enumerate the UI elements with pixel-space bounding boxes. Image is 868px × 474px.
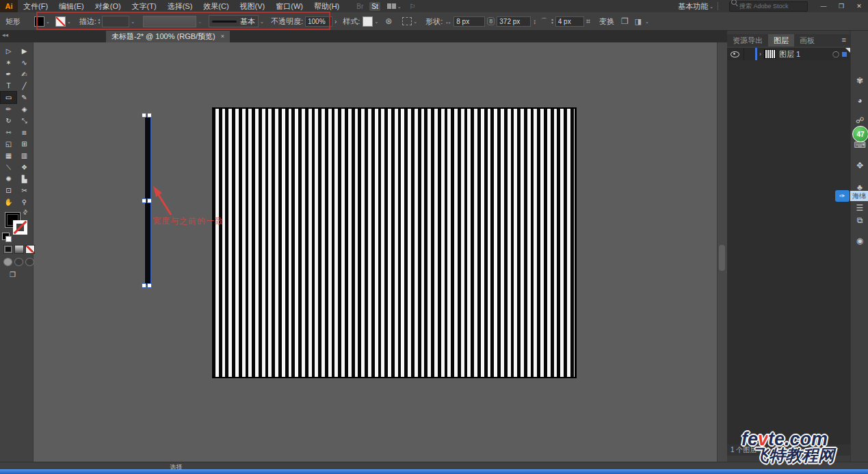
zoom-tool[interactable]: ⚲ <box>16 196 32 208</box>
draw-behind-button[interactable] <box>14 258 23 266</box>
bridge-icon[interactable]: Br <box>354 2 365 11</box>
windows-taskbar[interactable] <box>0 469 868 474</box>
opacity-more-icon[interactable]: › <box>334 18 337 25</box>
blend-tool[interactable]: ❖ <box>16 161 32 173</box>
menu-item-3[interactable]: 对象(O) <box>90 1 127 12</box>
layer-thumbnail[interactable] <box>764 49 776 59</box>
align-icon[interactable]: ❐ <box>621 16 629 26</box>
workspace-switcher-icon[interactable] <box>387 3 396 9</box>
free-transform-tool[interactable]: ⧈ <box>16 127 32 138</box>
menu-item-2[interactable]: 编辑(E) <box>53 1 90 12</box>
hand-tool[interactable]: ✋ <box>1 196 16 208</box>
brushes-panel-icon[interactable]: ✥ <box>851 159 868 172</box>
opacity-input[interactable]: 100% <box>305 16 332 27</box>
stroke-panel-icon[interactable]: ☰ <box>851 201 868 215</box>
pencil-tool[interactable]: ✏ <box>1 103 16 115</box>
fill-color-swatch[interactable] <box>34 16 44 27</box>
color-panel-icon[interactable]: ✾ <box>851 74 868 88</box>
selection-handle[interactable] <box>142 113 146 118</box>
shape-width-input[interactable]: 8 px <box>453 16 485 27</box>
perspective-grid-tool[interactable]: ⊞ <box>16 138 32 150</box>
artboard-tool[interactable]: ⊡ <box>1 185 16 196</box>
scale-tool[interactable]: ⤡ <box>16 115 32 127</box>
curvature-tool[interactable]: ✍ <box>16 68 32 80</box>
menu-item-8[interactable]: 窗口(W) <box>270 1 308 12</box>
restore-button[interactable]: ❐ <box>832 0 850 12</box>
selection-tool[interactable]: ▷ <box>1 45 16 57</box>
menu-item-4[interactable]: 文字(T) <box>127 1 162 12</box>
shape-builder-tool[interactable]: ◱ <box>1 138 16 150</box>
rectangle-tool[interactable]: ▭ <box>1 92 16 103</box>
creative-cloud-icon[interactable]: ◉ <box>851 234 868 248</box>
column-graph-tool[interactable]: ▙ <box>16 173 32 185</box>
style-swatch[interactable] <box>363 16 373 27</box>
expand-layer-icon[interactable]: › <box>759 51 761 57</box>
slice-tool[interactable]: ✂ <box>16 185 32 196</box>
screen-mode-icon[interactable]: ❐ <box>10 271 16 278</box>
close-button[interactable]: ✕ <box>850 0 868 12</box>
draw-normal-button[interactable] <box>3 258 12 266</box>
select-similar-icon[interactable] <box>402 17 412 25</box>
stroke-swatch[interactable] <box>13 220 27 235</box>
rotate-tool[interactable]: ↻ <box>1 115 16 127</box>
width-profile-dropdown[interactable] <box>143 16 196 27</box>
layer-name[interactable]: 图层 1 <box>779 49 800 60</box>
menu-item-1[interactable]: 文件(F) <box>18 1 53 12</box>
color-button[interactable] <box>3 245 13 254</box>
selection-handle[interactable] <box>147 283 152 288</box>
gradient-tool[interactable]: ▥ <box>16 150 32 161</box>
stroke-weight-dropdown[interactable] <box>102 16 129 27</box>
minimize-button[interactable]: — <box>815 0 832 12</box>
tooltip-app-icon[interactable]: ✑ <box>835 190 850 202</box>
corners-icon[interactable]: ⌗ <box>586 17 590 26</box>
shear-icon[interactable]: ◨ <box>635 17 642 26</box>
document-tab[interactable]: 未标题-2* @ 100% (RGB/预览) × <box>106 30 230 42</box>
panel-tab-画板[interactable]: 画板 <box>794 34 820 47</box>
direct-selection-tool[interactable]: ▶ <box>16 45 32 57</box>
stock-icon[interactable]: St <box>369 2 380 11</box>
layer-row[interactable]: › 图层 1 ◯ <box>727 48 850 60</box>
menu-item-6[interactable]: 效果(C) <box>198 1 234 12</box>
width-tool[interactable]: ⇿ <box>1 127 16 138</box>
type-tool[interactable]: T <box>1 80 16 92</box>
link-dimensions-icon[interactable]: 8 <box>487 17 495 25</box>
workspace-label[interactable]: 基本功能 <box>678 1 708 12</box>
transform-label[interactable]: 变换 <box>599 16 614 27</box>
stroke-color-swatch[interactable] <box>55 16 66 27</box>
mesh-tool[interactable]: ▦ <box>1 150 16 161</box>
document-setup-icon[interactable]: ⊛ <box>385 16 392 26</box>
eraser-tool[interactable]: ◈ <box>16 103 32 115</box>
menu-item-9[interactable]: 帮助(H) <box>308 1 345 12</box>
selection-handle[interactable] <box>142 283 146 288</box>
striped-rectangle-artwork[interactable] <box>212 107 577 378</box>
eyedropper-tool[interactable]: ⟍ <box>1 161 16 173</box>
close-tab-icon[interactable]: × <box>221 33 224 40</box>
share-icon[interactable]: ⚐ <box>410 3 416 10</box>
magic-wand-tool[interactable]: ✶ <box>1 57 16 68</box>
pattern-panel-icon[interactable]: ☍ <box>851 114 868 127</box>
symbol-sprayer-tool[interactable]: ✺ <box>1 173 16 185</box>
links-panel-icon[interactable]: ⧉ <box>851 213 868 227</box>
search-input[interactable] <box>729 1 808 12</box>
corner-radius-input[interactable]: 4 px <box>555 16 584 27</box>
stroke-stepper[interactable]: ▲▼ <box>98 18 101 25</box>
target-circle-icon[interactable]: ◯ <box>832 51 839 57</box>
paintbrush-tool[interactable]: ✎ <box>16 92 32 103</box>
selection-handle[interactable] <box>147 113 152 118</box>
gradient-button[interactable] <box>14 245 24 254</box>
default-fill-stroke-icon[interactable] <box>2 233 10 240</box>
panel-tab-图层[interactable]: 图层 <box>768 34 794 47</box>
pen-tool[interactable]: ✒ <box>1 68 16 80</box>
menu-item-5[interactable]: 选择(S) <box>162 1 198 12</box>
panel-tab-资源导出[interactable]: 资源导出 <box>727 34 768 47</box>
collapse-tools-icon[interactable]: ◂◂ <box>2 31 8 38</box>
search-box[interactable] <box>722 1 815 12</box>
panel-menu-icon[interactable]: ≡ <box>842 36 846 44</box>
shape-height-input[interactable]: 372 px <box>497 16 531 27</box>
menu-item-7[interactable]: 视图(V) <box>235 1 271 12</box>
gradient-panel-icon[interactable]: ◕ <box>851 94 868 107</box>
draw-inside-button[interactable] <box>25 258 34 266</box>
line-segment-tool[interactable]: ╱ <box>16 80 32 92</box>
lasso-tool[interactable]: ∿ <box>16 57 32 68</box>
notification-badge[interactable]: 47 <box>852 126 868 142</box>
